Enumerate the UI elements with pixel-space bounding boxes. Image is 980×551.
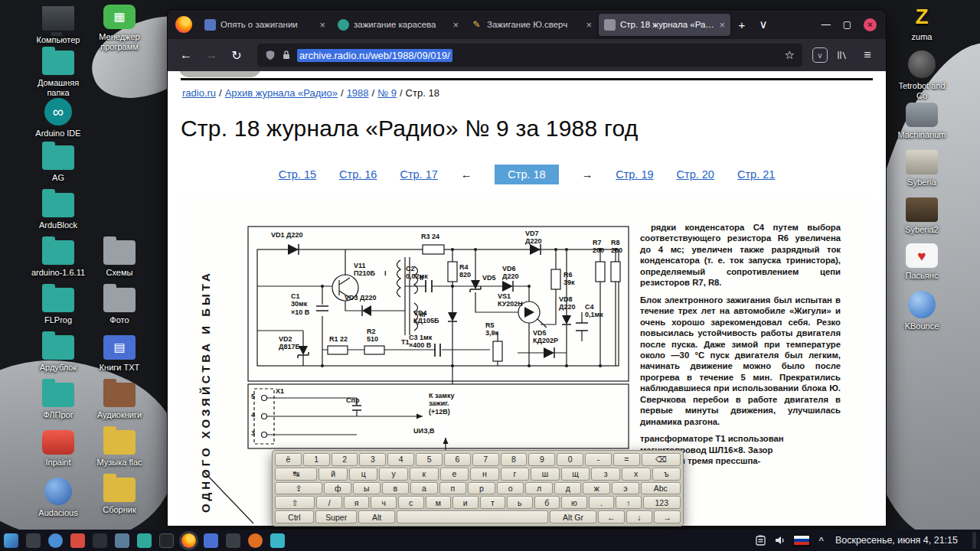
keyboard-layout-flag-ru[interactable]	[793, 535, 810, 546]
volume-icon[interactable]	[774, 535, 785, 546]
virtual-key[interactable]: й	[318, 468, 348, 481]
desktop-icon[interactable]: Сборник	[90, 478, 149, 515]
virtual-key[interactable]: ф	[324, 482, 351, 495]
virtual-key[interactable]: ш	[531, 468, 560, 481]
virtual-key[interactable]: 4	[387, 453, 414, 466]
virtual-key[interactable]: щ	[561, 468, 590, 481]
virtual-key[interactable]: 6	[444, 453, 471, 466]
virtual-key[interactable]: →	[654, 510, 681, 523]
virtual-key[interactable]: ж	[583, 482, 610, 495]
taskbar-app-icon[interactable]	[70, 533, 85, 548]
virtual-key[interactable]: ⇧	[275, 496, 315, 509]
pagination-item[interactable]: Стр. 20	[677, 168, 714, 181]
virtual-key[interactable]: ы	[353, 482, 381, 495]
virtual-key[interactable]: 2	[332, 453, 358, 466]
desktop-icon[interactable]: Audacious	[29, 478, 87, 518]
virtual-key[interactable]: ё	[275, 453, 302, 466]
virtual-key[interactable]: 8	[501, 453, 528, 466]
virtual-key[interactable]: ↑	[616, 496, 642, 509]
pagination-item[interactable]: Стр. 16	[339, 168, 377, 181]
taskbar-app-icon[interactable]	[115, 533, 129, 548]
tray-expander-icon[interactable]: ^	[818, 536, 823, 545]
address-bar[interactable]: archive.radio.ru/web/1988/09/019/ ☆	[257, 44, 802, 67]
taskbar-app-icon[interactable]	[248, 533, 263, 548]
browser-tab[interactable]: ✎ Зажигание Ю.сверч ×	[466, 14, 597, 36]
new-tab-button[interactable]: +	[732, 14, 752, 35]
bookmark-star-icon[interactable]: ☆	[785, 48, 795, 62]
virtual-key[interactable]: г	[501, 468, 530, 481]
taskbar-app-icon[interactable]	[270, 533, 285, 548]
pagination-item[interactable]: Стр. 18	[495, 165, 558, 184]
breadcrumb-item[interactable]: /	[372, 87, 375, 99]
desktop-icon[interactable]: ▤ Книги TXT	[90, 335, 149, 373]
virtual-key[interactable]: и	[452, 496, 479, 509]
pocket-icon[interactable]: ∨	[812, 47, 828, 63]
breadcrumb-item[interactable]: Архив журнала «Радио»	[225, 87, 338, 99]
virtual-key[interactable]: Ctrl	[275, 510, 314, 523]
desktop-icon[interactable]: Схемы	[90, 240, 149, 278]
tab-close-icon[interactable]: ×	[586, 19, 592, 31]
tab-close-icon[interactable]: ×	[719, 19, 725, 31]
virtual-key[interactable]: к	[410, 468, 439, 481]
desktop-icon[interactable]: Аудиокниги	[90, 383, 149, 420]
pagination-item[interactable]: Стр. 21	[737, 168, 775, 181]
virtual-key[interactable]: я	[344, 496, 370, 509]
taskbar-app-icon[interactable]	[48, 533, 63, 548]
desktop-icon[interactable]: KBounce	[893, 291, 951, 331]
close-button[interactable]: ×	[864, 18, 877, 31]
browser-tab[interactable]: Опять о зажигании ×	[199, 14, 331, 36]
desktop-icon[interactable]: ♥ Пасьянс	[893, 243, 951, 281]
breadcrumb-item[interactable]: /	[341, 87, 344, 99]
pagination-item[interactable]: Стр. 17	[400, 168, 437, 181]
virtual-key[interactable]: м	[426, 496, 452, 509]
virtual-key[interactable]: з	[591, 468, 620, 481]
taskbar-app-icon[interactable]	[226, 533, 240, 548]
taskbar-app-icon[interactable]	[159, 533, 174, 548]
virtual-key[interactable]: а	[410, 482, 438, 495]
shield-icon[interactable]	[265, 49, 276, 61]
virtual-key[interactable]: 123	[643, 496, 681, 509]
virtual-key[interactable]: ↹	[275, 468, 317, 481]
virtual-key[interactable]: в	[382, 482, 410, 495]
desktop-icon[interactable]: Syberia	[893, 150, 951, 187]
pagination-item[interactable]: ←	[461, 168, 472, 181]
desktop-icon[interactable]: Компьютер	[29, 5, 87, 45]
desktop-icon[interactable]: arduino-1.6.11	[29, 240, 87, 278]
virtual-key[interactable]: т	[480, 496, 506, 509]
pagination-item[interactable]: Стр. 15	[279, 168, 316, 181]
desktop-icon[interactable]: Ардублок	[29, 335, 87, 373]
virtual-key[interactable]: ↓	[626, 510, 653, 523]
desktop-icon[interactable]: Tetrobot and Co	[893, 51, 951, 100]
virtual-key[interactable]: .	[589, 496, 615, 509]
breadcrumb-item[interactable]: № 9	[377, 87, 397, 99]
browser-tab[interactable]: Стр. 18 журнала «Радио ×	[599, 14, 730, 36]
back-button[interactable]: ←	[175, 44, 197, 66]
virtual-key[interactable]: Super	[315, 510, 357, 523]
virtual-key[interactable]: д	[554, 482, 582, 495]
breadcrumb-item[interactable]: 1988	[347, 87, 369, 99]
virtual-key[interactable]: е	[440, 468, 469, 481]
breadcrumb-item[interactable]: /	[400, 87, 403, 99]
browser-tab[interactable]: зажигание карасева ×	[332, 14, 464, 36]
desktop-icon[interactable]: ▦ Менеджер программ	[90, 5, 149, 51]
virtual-key[interactable]: 0	[557, 453, 583, 466]
desktop-icon[interactable]: ∞ Arduino IDE	[29, 98, 87, 139]
virtual-key[interactable]: ъ	[652, 468, 681, 481]
virtual-key[interactable]: э	[612, 482, 639, 495]
desktop-icon[interactable]: Inpaint	[29, 430, 87, 468]
virtual-key[interactable]: л	[525, 482, 553, 495]
virtual-key[interactable]: х	[622, 468, 651, 481]
taskbar-app-icon[interactable]	[181, 533, 196, 548]
desktop-icon[interactable]: Музыка flac	[90, 430, 149, 468]
desktop-icon[interactable]: ArduBlock	[29, 193, 87, 230]
pagination-item[interactable]: Стр. 19	[616, 168, 653, 181]
virtual-key[interactable]: у	[379, 468, 408, 481]
menu-icon[interactable]: ≡	[857, 44, 878, 66]
virtual-key[interactable]: Alt Gr	[550, 510, 596, 523]
desktop-icon[interactable]: FLProg	[29, 288, 87, 325]
minimize-button[interactable]: —	[822, 19, 831, 30]
taskbar-app-icon[interactable]	[4, 533, 18, 548]
virtual-key[interactable]: 1	[303, 453, 330, 466]
virtual-key[interactable]: н	[470, 468, 499, 481]
taskbar-app-icon[interactable]	[204, 533, 218, 548]
